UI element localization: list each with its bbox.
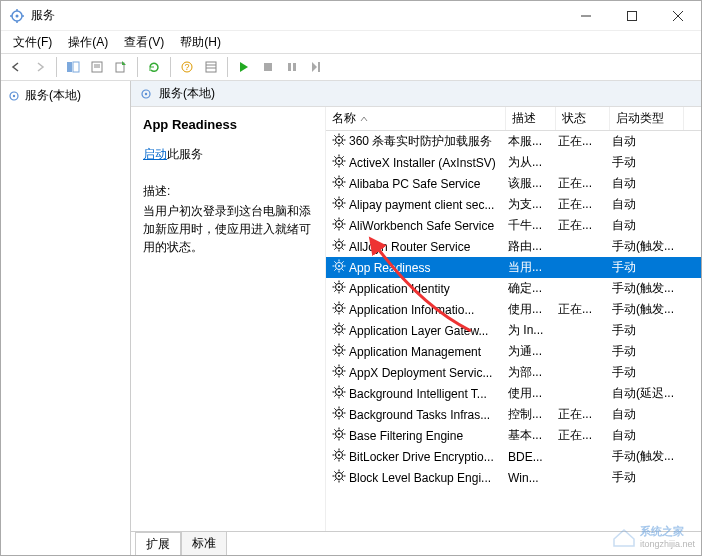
service-row[interactable]: Block Level Backup Engi...Win...手动 bbox=[326, 467, 701, 488]
refresh-button[interactable] bbox=[143, 56, 165, 78]
service-row[interactable]: Background Intelligent T...使用...自动(延迟... bbox=[326, 383, 701, 404]
close-button[interactable] bbox=[655, 1, 701, 31]
cell-name: Block Level Backup Engi... bbox=[328, 469, 504, 486]
cell-start: 自动 bbox=[608, 133, 682, 150]
svg-point-190 bbox=[338, 475, 340, 477]
svg-point-40 bbox=[338, 160, 340, 162]
tree-pane: 服务(本地) bbox=[1, 81, 131, 555]
cell-status: 正在... bbox=[554, 196, 608, 213]
cell-name: Application Informatio... bbox=[328, 301, 504, 318]
show-hide-tree-button[interactable] bbox=[62, 56, 84, 78]
service-row[interactable]: Application Identity确定...手动(触发... bbox=[326, 278, 701, 299]
service-row[interactable]: ActiveX Installer (AxInstSV)为从...手动 bbox=[326, 152, 701, 173]
svg-point-70 bbox=[338, 223, 340, 225]
col-status[interactable]: 状态 bbox=[556, 107, 610, 130]
service-row[interactable]: 360 杀毒实时防护加载服务本服...正在...自动 bbox=[326, 131, 701, 152]
cell-name: Application Layer Gatew... bbox=[328, 322, 504, 339]
svg-point-120 bbox=[338, 328, 340, 330]
svg-line-185 bbox=[334, 450, 335, 451]
list-view-button[interactable] bbox=[200, 56, 222, 78]
cell-name: App Readiness bbox=[328, 259, 504, 276]
start-service-link[interactable]: 启动 bbox=[143, 147, 167, 161]
svg-line-157 bbox=[342, 387, 343, 388]
restart-service-button[interactable] bbox=[305, 56, 327, 78]
menu-view[interactable]: 查看(V) bbox=[116, 32, 172, 53]
service-row[interactable]: App Readiness当用...手动 bbox=[326, 257, 701, 278]
cell-status: 正在... bbox=[554, 406, 608, 423]
service-row[interactable]: Application Management为通...手动 bbox=[326, 341, 701, 362]
svg-line-106 bbox=[342, 290, 343, 291]
stop-service-button[interactable] bbox=[257, 56, 279, 78]
right-pane: 服务(本地) App Readiness 启动此服务 描述: 当用户初次登录到这… bbox=[131, 81, 701, 555]
toolbar: ? bbox=[1, 53, 701, 81]
svg-line-166 bbox=[342, 416, 343, 417]
menu-file[interactable]: 文件(F) bbox=[5, 32, 60, 53]
cell-start: 手动 bbox=[608, 259, 682, 276]
cell-start: 手动 bbox=[608, 322, 682, 339]
sort-asc-icon bbox=[360, 115, 368, 123]
svg-line-76 bbox=[342, 227, 343, 228]
svg-line-198 bbox=[334, 479, 335, 480]
toolbar-separator bbox=[170, 57, 171, 77]
maximize-button[interactable] bbox=[609, 1, 655, 31]
svg-line-137 bbox=[342, 345, 343, 346]
cell-start: 自动 bbox=[608, 175, 682, 192]
minimize-button[interactable] bbox=[563, 1, 609, 31]
svg-line-86 bbox=[342, 248, 343, 249]
service-row[interactable]: Alibaba PC Safe Service该服...正在...自动 bbox=[326, 173, 701, 194]
service-row[interactable]: Base Filtering Engine基本...正在...自动 bbox=[326, 425, 701, 446]
service-name: AllJoyn Router Service bbox=[349, 240, 470, 254]
svg-line-96 bbox=[342, 269, 343, 270]
cell-name: Application Management bbox=[328, 343, 504, 360]
svg-line-108 bbox=[334, 290, 335, 291]
app-icon bbox=[9, 8, 25, 24]
start-suffix: 此服务 bbox=[167, 147, 203, 161]
tab-standard[interactable]: 标准 bbox=[181, 531, 227, 555]
svg-point-28 bbox=[145, 92, 147, 94]
svg-line-48 bbox=[334, 164, 335, 165]
tree-root-node[interactable]: 服务(本地) bbox=[5, 85, 126, 106]
service-name: Application Layer Gatew... bbox=[349, 324, 488, 338]
cell-desc: 为 In... bbox=[504, 322, 554, 339]
export-button[interactable] bbox=[110, 56, 132, 78]
svg-rect-23 bbox=[293, 63, 296, 71]
properties-button[interactable] bbox=[86, 56, 108, 78]
cell-start: 自动 bbox=[608, 406, 682, 423]
menu-action[interactable]: 操作(A) bbox=[60, 32, 116, 53]
service-row[interactable]: AppX Deployment Servic...为部...手动 bbox=[326, 362, 701, 383]
gear-icon bbox=[332, 301, 349, 318]
svg-line-66 bbox=[342, 206, 343, 207]
start-service-button[interactable] bbox=[233, 56, 255, 78]
service-row[interactable]: Application Layer Gatew...为 In...手动 bbox=[326, 320, 701, 341]
col-name[interactable]: 名称 bbox=[326, 107, 506, 130]
tab-extended[interactable]: 扩展 bbox=[135, 532, 181, 555]
help-button[interactable]: ? bbox=[176, 56, 198, 78]
col-start[interactable]: 启动类型 bbox=[610, 107, 684, 130]
svg-line-117 bbox=[342, 303, 343, 304]
forward-button[interactable] bbox=[29, 56, 51, 78]
gear-icon bbox=[332, 259, 349, 276]
svg-line-115 bbox=[334, 303, 335, 304]
gear-icon bbox=[332, 196, 349, 213]
back-button[interactable] bbox=[5, 56, 27, 78]
service-row[interactable]: AllJoyn Router Service路由...手动(触发... bbox=[326, 236, 701, 257]
cell-desc: 路由... bbox=[504, 238, 554, 255]
service-row[interactable]: Alipay payment client sec...为支...正在...自动 bbox=[326, 194, 701, 215]
service-list[interactable]: 360 杀毒实时防护加载服务本服...正在...自动ActiveX Instal… bbox=[326, 131, 701, 531]
menu-help[interactable]: 帮助(H) bbox=[172, 32, 229, 53]
svg-point-140 bbox=[338, 370, 340, 372]
right-titlebar: 服务(本地) bbox=[131, 81, 701, 107]
cell-name: Base Filtering Engine bbox=[328, 427, 504, 444]
gear-icon bbox=[332, 322, 349, 339]
service-row[interactable]: Application Informatio...使用...正在...手动(触发… bbox=[326, 299, 701, 320]
svg-point-130 bbox=[338, 349, 340, 351]
service-name: 360 杀毒实时防护加载服务 bbox=[349, 133, 492, 150]
service-row[interactable]: Background Tasks Infras...控制...正在...自动 bbox=[326, 404, 701, 425]
gear-icon bbox=[332, 406, 349, 423]
cell-desc: 本服... bbox=[504, 133, 554, 150]
svg-line-85 bbox=[334, 240, 335, 241]
service-row[interactable]: BitLocker Drive Encryptio...BDE...手动(触发.… bbox=[326, 446, 701, 467]
pause-service-button[interactable] bbox=[281, 56, 303, 78]
col-desc[interactable]: 描述 bbox=[506, 107, 556, 130]
service-row[interactable]: AliWorkbench Safe Service千牛...正在...自动 bbox=[326, 215, 701, 236]
